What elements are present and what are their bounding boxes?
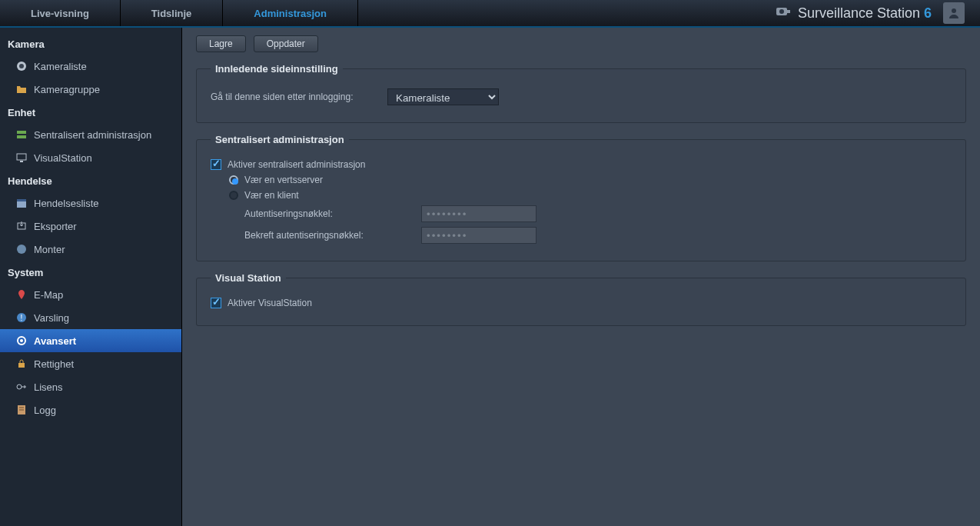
tab-administration[interactable]: Administrasjon (223, 0, 358, 26)
svg-rect-8 (17, 154, 26, 160)
export-icon (15, 220, 28, 232)
tab-timeline[interactable]: Tidslinje (121, 0, 224, 26)
svg-point-5 (19, 64, 24, 68)
pin-icon (15, 288, 28, 301)
client-label: Vær en klient (244, 190, 299, 201)
sidebar-item-central-admin[interactable]: Sentralisert administrasjon (0, 123, 181, 146)
user-icon[interactable] (943, 2, 965, 24)
svg-text:!: ! (21, 314, 23, 322)
toolbar: Lagre Oppdater (196, 35, 966, 52)
sidebar-item-camera-group[interactable]: Kameragruppe (0, 78, 181, 101)
sidebar-item-label: VisualStation (34, 152, 92, 164)
sidebar-header-event: Hendelse (0, 169, 181, 191)
sidebar-item-label: Kameraliste (34, 61, 87, 72)
sidebar-item-label: Eksporter (34, 221, 77, 232)
goto-select[interactable]: Kameraliste (387, 88, 499, 105)
authkey-label: Autentiseringsnøkkel: (244, 208, 421, 219)
update-button[interactable]: Oppdater (254, 35, 318, 52)
enable-central-label: Aktiver sentralisert administrasjon (228, 159, 365, 170)
sidebar-item-label: Sentralisert administrasjon (34, 129, 151, 141)
sidebar-item-label: Lisens (34, 381, 63, 393)
panel-initial-page: Innledende sideinnstilling Gå til denne … (196, 63, 966, 123)
sidebar-item-notification[interactable]: ! Varsling (0, 306, 181, 329)
sidebar-item-export[interactable]: Eksporter (0, 215, 181, 238)
alert-icon: ! (15, 311, 28, 324)
sidebar-item-visualstation[interactable]: VisualStation (0, 146, 181, 169)
panel-legend: Visual Station (211, 272, 286, 284)
topbar: Live-visning Tidslinje Administrasjon Su… (0, 0, 980, 28)
confirm-authkey-input[interactable] (421, 227, 537, 244)
svg-point-13 (17, 245, 26, 254)
camera-icon (15, 60, 28, 72)
calendar-icon (15, 197, 28, 209)
svg-rect-2 (787, 10, 790, 13)
sidebar-item-mount[interactable]: Monter (0, 238, 181, 261)
sidebar-header-device: Enhet (0, 101, 181, 123)
content: Lagre Oppdater Innledende sideinnstillin… (182, 28, 980, 526)
svg-rect-18 (18, 363, 25, 368)
svg-point-19 (17, 385, 22, 389)
svg-rect-7 (17, 135, 26, 138)
enable-visualstation-checkbox[interactable] (211, 298, 221, 308)
sidebar-item-label: Monter (34, 244, 65, 255)
host-radio[interactable] (229, 175, 238, 185)
key-icon (15, 381, 28, 393)
sidebar: Kamera Kameraliste Kameragruppe Enhet Se… (0, 28, 182, 526)
enable-central-checkbox[interactable] (211, 159, 221, 170)
brand-text: Surveillance Station (798, 5, 920, 22)
panel-visual-station: Visual Station Aktiver VisualStation (196, 272, 966, 326)
lock-icon (15, 358, 28, 370)
save-button[interactable]: Lagre (196, 35, 246, 52)
brand: Surveillance Station 6 (775, 2, 980, 24)
sidebar-item-privilege[interactable]: Rettighet (0, 352, 181, 375)
monitor-icon (15, 151, 28, 164)
sidebar-item-label: Logg (34, 404, 56, 416)
brand-version: 6 (924, 5, 932, 22)
panel-legend: Innledende sideinnstilling (211, 63, 343, 75)
sidebar-item-emap[interactable]: E-Map (0, 283, 181, 306)
confirm-authkey-label: Bekreft autentiseringsnøkkel: (244, 230, 421, 241)
sidebar-header-system: System (0, 261, 181, 283)
gear-icon (15, 335, 28, 347)
server-icon (15, 128, 28, 141)
svg-point-1 (779, 9, 784, 14)
sidebar-item-label: Varsling (34, 312, 69, 324)
sidebar-item-label: Hendelsesliste (34, 198, 99, 209)
host-label: Vær en vertsserver (244, 175, 323, 185)
client-radio[interactable] (229, 191, 238, 200)
log-icon (15, 404, 28, 416)
panel-legend: Sentralisert administrasjon (211, 134, 349, 145)
authkey-input[interactable] (421, 205, 537, 222)
sidebar-item-event-list[interactable]: Hendelsesliste (0, 191, 181, 215)
sidebar-item-label: E-Map (34, 289, 63, 301)
svg-point-17 (20, 339, 23, 342)
svg-rect-6 (17, 131, 26, 134)
svg-rect-9 (20, 161, 23, 162)
sidebar-item-license[interactable]: Lisens (0, 375, 181, 398)
camera-logo-icon (775, 5, 792, 22)
tab-live-view[interactable]: Live-visning (0, 0, 121, 26)
svg-rect-11 (17, 199, 26, 201)
panel-central-admin: Sentralisert administrasjon Aktiver sent… (196, 134, 966, 261)
sidebar-item-label: Rettighet (34, 358, 74, 370)
sidebar-header-camera: Kamera (0, 32, 181, 55)
enable-visualstation-label: Aktiver VisualStation (228, 298, 312, 308)
sidebar-item-label: Kameragruppe (34, 84, 100, 95)
sidebar-item-log[interactable]: Logg (0, 398, 181, 421)
main: Kamera Kameraliste Kameragruppe Enhet Se… (0, 28, 980, 526)
sidebar-item-advanced[interactable]: Avansert (0, 329, 181, 352)
svg-point-3 (952, 8, 956, 13)
sidebar-item-camera-list[interactable]: Kameraliste (0, 55, 181, 78)
goto-label: Gå til denne siden etter innlogging: (211, 92, 387, 102)
sidebar-item-label: Avansert (34, 335, 76, 347)
topnav: Live-visning Tidslinje Administrasjon (0, 0, 358, 26)
mount-icon (15, 243, 28, 255)
folder-icon (15, 83, 28, 95)
